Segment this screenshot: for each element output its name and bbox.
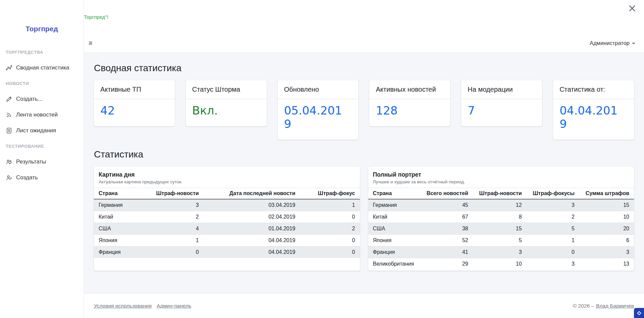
top-navbar: ≡ Администратор [84,34,644,53]
table-cell: 52 [420,234,473,246]
table-row: Китай678210 [368,211,634,223]
table-cell: 5 [473,234,527,246]
card-value: 04.04.2019 [559,104,624,131]
summary-cards: Активные ТП 42 Статус Шторма Вкл. Обновл… [94,80,634,140]
table-cell: 3 [473,246,527,258]
table-row: Япония52516 [368,234,634,246]
card-title: Активных новостей [369,80,450,99]
daily-picture-table: СтранаШтраф-новостиДата последней новост… [94,188,360,258]
panel-subtitle: Актуальная картина предыдущих суток. [99,179,355,184]
card-value: 05.04.2019 [284,104,348,131]
table-cell: Франция [94,246,137,258]
card-title: Статус Шторма [186,80,267,99]
table-cell: 12 [473,199,527,211]
table-row: Франция004.04.20190 [94,246,360,258]
full-portrait-table: СтранаВсего новостейШтраф-новостиШтраф-ф… [368,188,634,270]
card-value: Вкл. [192,104,257,118]
sidebar-section-news: НОВОСТИ [0,76,84,91]
table-cell: 8 [473,211,527,223]
table-cell: 41 [420,246,473,258]
table-cell: Япония [368,234,420,246]
table-cell: 6 [579,234,634,246]
table-cell: 02.04.2019 [204,211,300,223]
card-storm-status: Статус Шторма Вкл. [186,80,267,126]
table-cell: Китай [94,211,137,223]
sidebar-item-create-news[interactable]: Создать... [0,91,84,107]
chevron-down-icon [632,43,635,44]
statistics-title: Статистика [94,149,634,160]
table-cell: 15 [473,223,527,234]
table-cell: 4 [137,223,204,234]
corner-widget[interactable] [634,308,644,318]
table-row: Германия303.04.20191 [94,199,360,211]
table-cell: 0 [137,246,204,258]
table-cell: 5 [527,223,579,234]
sidebar-item-news-feed[interactable]: Лента новостей [0,107,84,123]
table-cell: 29 [420,258,473,270]
table-cell: Великобритания [368,258,420,270]
close-icon[interactable]: × [628,3,637,13]
table-cell: 10 [473,258,527,270]
terms-link[interactable]: Условия использования [94,303,152,309]
sidebar-item-create-test[interactable]: Создать [0,170,84,185]
footer: Условия использования Админ-панель © 202… [84,293,644,318]
sidebar-section-torgpredstva: ТОРГПРЕДСТВА [0,44,84,60]
sidebar-item-label: Лист ожидания [16,127,56,134]
column-header: Штраф-фокусы [527,188,579,199]
column-header: Всего новостей [420,188,473,199]
table-cell: США [94,223,137,234]
user-dropdown-label: Администратор [590,40,630,46]
page-title: Сводная статистика [94,63,634,74]
table-cell: 04.04.2019 [204,234,300,246]
table-cell: 1 [300,199,360,211]
table-cell: 15 [579,199,634,211]
sidebar-nav: ТОРГПРЕДСТВА Сводная статистика НОВОСТИ [0,44,84,185]
table-row: Германия4512315 [368,199,634,211]
admin-panel-link[interactable]: Админ-панель [157,303,191,309]
menu-toggle-icon[interactable]: ≡ [89,40,93,46]
table-cell: 2 [527,211,579,223]
sidebar-item-results[interactable]: Результаты [0,154,84,170]
table-header-row: СтранаВсего новостейШтраф-новостиШтраф-ф… [368,188,634,199]
full-portrait-panel: Полный портрет Лучшие и худшие за весь о… [368,167,634,271]
corner-widget-icon [637,311,641,315]
list-icon [6,127,12,134]
table-row: Франция41303 [368,246,634,258]
table-row: США401.04.20192 [94,223,360,234]
daily-picture-panel: Картина дня Актуальная картина предыдущи… [94,167,360,271]
table-cell: 10 [579,211,634,223]
column-header: Штраф-новости [137,188,204,199]
user-dropdown[interactable]: Администратор [590,40,635,46]
table-cell: 0 [300,234,360,246]
sidebar-item-label: Создать... [16,96,43,102]
brand-logo[interactable]: Торгпред [0,25,84,33]
table-cell: 04.04.2019 [204,246,300,258]
table-cell: Германия [94,199,137,211]
table-cell: 0 [300,246,360,258]
table-cell: Франция [368,246,420,258]
stats-icon [6,64,12,71]
column-header: Страна [94,188,137,199]
card-title: Обновлено [278,80,359,99]
pencil-icon [6,96,12,102]
author-link[interactable]: Влад Бармичев [596,303,634,309]
column-header: Дата последней новости [204,188,300,199]
table-cell: 67 [420,211,473,223]
table-cell: 45 [420,199,473,211]
table-cell: 0 [527,246,579,258]
card-stats-from: Статистика от: 04.04.2019 [553,80,634,140]
panel-title: Картина дня [99,171,355,178]
column-header: Страна [368,188,420,199]
table-cell: 13 [579,258,634,270]
sidebar: Торгпред ТОРГПРЕДСТВА Сводная статистика… [0,0,84,318]
sidebar-item-waiting-list[interactable]: Лист ожидания [0,123,84,138]
table-cell: Япония [94,234,137,246]
sidebar-item-summary-stats[interactable]: Сводная статистика [0,60,84,76]
card-moderation: На модерации 7 [461,80,542,126]
card-value: 7 [468,104,532,118]
toast-banner: Торгпред"! × [84,0,644,34]
table-cell: 2 [300,223,360,234]
column-header: Штраф-новости [473,188,527,199]
copyright-text: © 2026 – [573,303,594,309]
table-cell: 3 [137,199,204,211]
